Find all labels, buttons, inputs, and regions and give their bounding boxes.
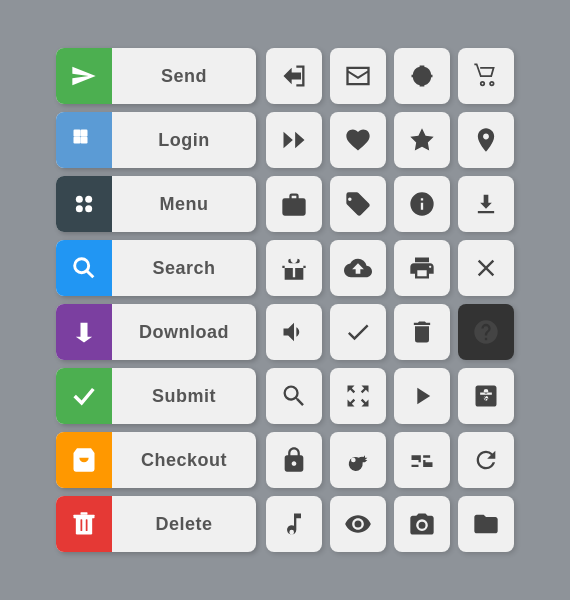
svg-rect-15: [81, 519, 83, 531]
checkout-button[interactable]: Checkout: [56, 432, 256, 488]
gear-icon[interactable]: [394, 48, 450, 104]
search-small-icon[interactable]: [266, 368, 322, 424]
submit-button[interactable]: Submit: [56, 368, 256, 424]
svg-rect-0: [74, 130, 81, 137]
download-tray-icon[interactable]: [458, 176, 514, 232]
svg-rect-3: [81, 137, 88, 144]
heart-icon[interactable]: [330, 112, 386, 168]
eye-icon[interactable]: [330, 496, 386, 552]
music-icon[interactable]: [266, 496, 322, 552]
menu-icon: [56, 176, 112, 232]
sliders-icon[interactable]: [394, 432, 450, 488]
svg-point-8: [75, 259, 89, 273]
key-icon[interactable]: [330, 432, 386, 488]
svg-point-7: [85, 205, 92, 212]
login-icon: [56, 112, 112, 168]
submit-label: Submit: [112, 386, 256, 407]
delete-button[interactable]: Delete: [56, 496, 256, 552]
svg-rect-13: [74, 515, 95, 519]
send-icon: [56, 48, 112, 104]
svg-rect-16: [86, 519, 88, 531]
help-circle-icon[interactable]: [458, 304, 514, 360]
delete-label: Delete: [112, 514, 256, 535]
printer-icon[interactable]: [394, 240, 450, 296]
speaker-icon[interactable]: [266, 304, 322, 360]
folder-icon[interactable]: [458, 496, 514, 552]
pin-icon[interactable]: [458, 112, 514, 168]
svg-line-9: [87, 271, 93, 277]
svg-point-10: [79, 466, 83, 470]
percent-icon[interactable]: %: [458, 368, 514, 424]
svg-point-4: [76, 196, 83, 203]
play-icon[interactable]: [394, 368, 450, 424]
download-label: Download: [112, 322, 256, 343]
arrow-in-icon[interactable]: [266, 48, 322, 104]
login-label: Login: [112, 130, 256, 151]
login-button[interactable]: Login: [56, 112, 256, 168]
svg-rect-12: [76, 517, 92, 535]
camera-icon[interactable]: [394, 496, 450, 552]
cart-icon[interactable]: [458, 48, 514, 104]
send-button[interactable]: Send: [56, 48, 256, 104]
icons-grid: %: [266, 48, 514, 552]
briefcase-icon[interactable]: [266, 176, 322, 232]
checkout-label: Checkout: [112, 450, 256, 471]
cloud-upload-icon[interactable]: [330, 240, 386, 296]
menu-label: Menu: [112, 194, 256, 215]
gift-icon[interactable]: [266, 240, 322, 296]
search-label: Search: [112, 258, 256, 279]
send-label: Send: [112, 66, 256, 87]
envelope-icon[interactable]: [330, 48, 386, 104]
svg-rect-2: [81, 130, 88, 137]
svg-rect-1: [74, 137, 81, 144]
lock-icon[interactable]: [266, 432, 322, 488]
forward-icon[interactable]: [266, 112, 322, 168]
buttons-column: Send Login Menu Search Download: [56, 48, 256, 552]
download-icon: [56, 304, 112, 360]
checkout-icon: [56, 432, 112, 488]
search-icon: [56, 240, 112, 296]
close-icon[interactable]: [458, 240, 514, 296]
info-icon[interactable]: [394, 176, 450, 232]
main-container: Send Login Menu Search Download: [36, 28, 534, 572]
svg-rect-14: [81, 512, 88, 514]
check-icon[interactable]: [330, 304, 386, 360]
menu-button[interactable]: Menu: [56, 176, 256, 232]
tag-icon[interactable]: [330, 176, 386, 232]
svg-point-11: [86, 466, 90, 470]
svg-point-5: [85, 196, 92, 203]
svg-point-6: [76, 205, 83, 212]
svg-text:%: %: [477, 392, 489, 408]
download-button[interactable]: Download: [56, 304, 256, 360]
search-button[interactable]: Search: [56, 240, 256, 296]
expand-icon[interactable]: [330, 368, 386, 424]
delete-icon: [56, 496, 112, 552]
star-icon[interactable]: [394, 112, 450, 168]
submit-icon: [56, 368, 112, 424]
refresh-icon[interactable]: [458, 432, 514, 488]
trash-icon[interactable]: [394, 304, 450, 360]
